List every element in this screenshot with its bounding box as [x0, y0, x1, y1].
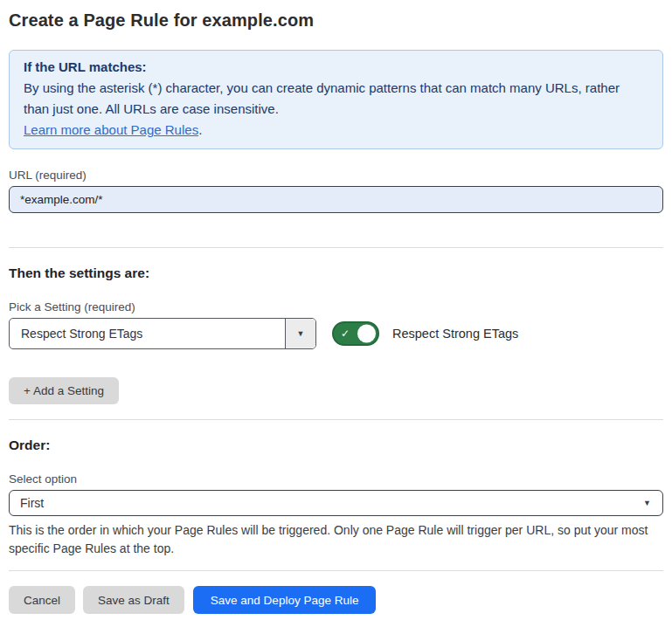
toggle-label: Respect Strong ETags: [392, 327, 518, 341]
divider: [9, 247, 663, 248]
check-icon: ✓: [341, 328, 350, 339]
divider: [9, 570, 663, 571]
url-field-label: URL (required): [9, 169, 663, 182]
settings-section-heading: Then the settings are:: [9, 265, 663, 281]
info-box-link-line: Learn more about Page Rules.: [24, 120, 648, 141]
info-box-heading: If the URL matches:: [24, 57, 648, 78]
order-help-text: This is the order in which your Page Rul…: [9, 521, 655, 558]
url-input[interactable]: [9, 186, 663, 213]
etags-toggle[interactable]: ✓: [332, 321, 379, 346]
info-box-body: By using the asterisk (*) character, you…: [24, 78, 648, 120]
create-page-rule-form: Create a Page Rule for example.com If th…: [0, 0, 672, 627]
order-select[interactable]: First ▼: [9, 490, 663, 516]
link-period: .: [198, 122, 202, 137]
divider: [9, 419, 663, 420]
order-select-value: First: [20, 496, 44, 510]
url-match-info-box: If the URL matches: By using the asteris…: [9, 50, 663, 149]
chevron-down-icon: ▼: [643, 499, 651, 507]
setting-dropdown-arrow-button[interactable]: ▼: [285, 319, 315, 348]
setting-toggle-group: ✓ Respect Strong ETags: [332, 321, 518, 346]
save-and-deploy-button[interactable]: Save and Deploy Page Rule: [193, 586, 377, 614]
form-actions: Cancel Save as Draft Save and Deploy Pag…: [9, 586, 663, 614]
cancel-button[interactable]: Cancel: [9, 586, 75, 614]
setting-dropdown-value: Respect Strong ETags: [10, 319, 285, 348]
learn-more-link[interactable]: Learn more about Page Rules: [24, 122, 198, 137]
order-select-label: Select option: [9, 472, 663, 486]
add-setting-button[interactable]: + Add a Setting: [9, 377, 119, 404]
page-title: Create a Page Rule for example.com: [9, 10, 663, 31]
order-section-heading: Order:: [9, 438, 663, 453]
setting-row: Respect Strong ETags ▼ ✓ Respect Strong …: [9, 318, 663, 349]
toggle-knob: [357, 325, 376, 343]
setting-dropdown[interactable]: Respect Strong ETags ▼: [9, 318, 316, 349]
pick-setting-label: Pick a Setting (required): [9, 300, 663, 314]
chevron-down-icon: ▼: [297, 329, 305, 338]
save-as-draft-button[interactable]: Save as Draft: [83, 586, 184, 614]
